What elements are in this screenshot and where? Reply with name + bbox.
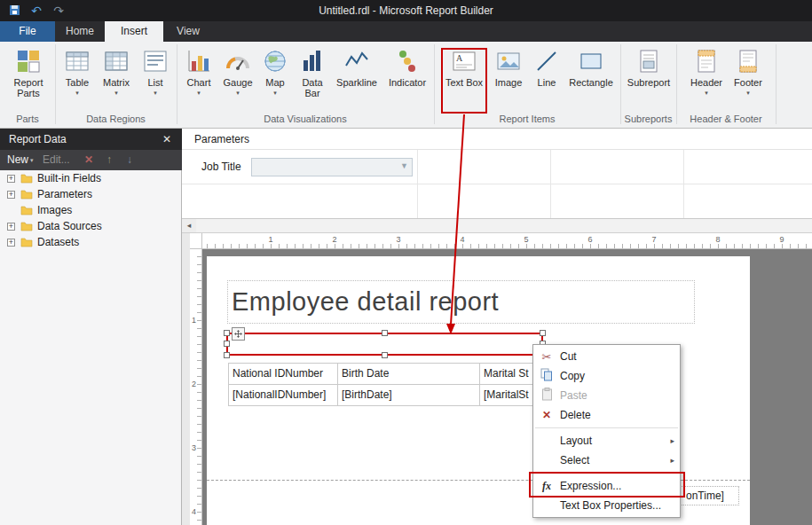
table-button[interactable]: Table ▾	[59, 45, 96, 114]
matrix-label: Matrix	[103, 77, 130, 88]
footer-button[interactable]: Footer ▾	[729, 45, 768, 114]
delete-icon: ✕	[537, 409, 556, 421]
ribbon-tab-row: File Home Insert View	[0, 21, 812, 42]
expand-icon[interactable]: +	[7, 239, 15, 247]
menu-item-cut[interactable]: ✂ Cut	[533, 347, 680, 366]
selected-textbox[interactable]	[226, 333, 543, 356]
group-separator	[620, 44, 621, 124]
parameter-name-label: Job Title	[201, 161, 241, 173]
dropdown-arrow-icon: ▾	[75, 90, 79, 97]
ruler-number: 6	[587, 235, 592, 244]
chart-button[interactable]: Chart ▾	[180, 45, 217, 114]
header-button[interactable]: Header ▾	[686, 45, 727, 114]
data-bar-label: Data Bar	[294, 77, 331, 98]
group-separator	[676, 44, 677, 124]
matrix-button[interactable]: Matrix ▾	[97, 45, 136, 114]
tree-item-data-sources[interactable]: + Data Sources	[0, 218, 182, 234]
menu-item-delete[interactable]: ✕ Delete	[533, 405, 680, 425]
folder-icon	[20, 173, 33, 184]
tab-view[interactable]: View	[163, 21, 213, 42]
parameter-value-combobox[interactable]: ▼	[251, 158, 413, 176]
subreport-button[interactable]: Subreport	[623, 45, 674, 114]
submenu-arrow-icon: ▸	[670, 456, 674, 465]
menu-item-select[interactable]: Select ▸	[533, 451, 680, 470]
copy-icon	[537, 368, 556, 384]
text-box-button[interactable]: A Text Box	[442, 45, 486, 114]
execution-time-text: onTime]	[686, 490, 724, 502]
move-up-icon[interactable]: ↑	[106, 150, 112, 170]
rectangle-label: Rectangle	[569, 77, 613, 88]
folder-icon	[20, 189, 33, 200]
tree-item-datasets[interactable]: + Datasets	[0, 234, 182, 250]
table-icon	[64, 48, 91, 74]
ruler-corner	[190, 233, 202, 249]
scroll-left-arrow[interactable]: ◂	[182, 219, 196, 232]
selection-handle[interactable]	[382, 330, 388, 336]
selection-handle[interactable]	[224, 352, 230, 358]
group-label-subreports: Subreports	[620, 114, 676, 126]
close-icon[interactable]: ✕	[160, 129, 174, 150]
menu-item-expression[interactable]: fx Expression...	[533, 476, 680, 496]
rectangle-button[interactable]: Rectangle	[564, 45, 618, 114]
expand-icon[interactable]: +	[7, 223, 15, 231]
window-title: Untitled.rdl - Microsoft Report Builder	[0, 0, 812, 21]
tab-file[interactable]: File	[0, 21, 55, 42]
ruler-number: 5	[524, 235, 528, 244]
menu-item-paste[interactable]: Paste	[533, 386, 680, 405]
selection-handle[interactable]	[224, 341, 230, 347]
table-data-cell[interactable]: [BirthDate]	[338, 385, 480, 406]
header-icon	[693, 48, 720, 74]
dropdown-arrow-icon: ▾	[273, 90, 277, 97]
report-parts-button[interactable]: Report Parts	[4, 45, 53, 114]
group-separator	[55, 44, 56, 124]
tree-item-parameters[interactable]: + Parameters	[0, 186, 182, 202]
dropdown-arrow-icon: ▾	[236, 90, 240, 97]
map-button[interactable]: Map ▾	[258, 45, 292, 114]
indicator-icon	[394, 48, 421, 74]
ruler-number: 8	[715, 235, 720, 244]
group-label-data-regions: Data Regions	[55, 114, 177, 126]
tree-item-label: Parameters	[37, 188, 92, 200]
table-header-cell[interactable]: National IDNumber	[229, 364, 338, 385]
dropdown-arrow-icon: ▾	[114, 90, 118, 97]
footer-icon	[735, 48, 761, 74]
report-title-textbox[interactable]: Employee detail report	[227, 280, 695, 324]
group-label-data-visualizations: Data Visualizations	[177, 114, 434, 126]
selection-handle[interactable]	[540, 330, 546, 336]
tab-insert[interactable]: Insert	[105, 21, 163, 42]
move-down-icon[interactable]: ↓	[127, 150, 132, 170]
move-handle-icon[interactable]	[232, 327, 245, 341]
menu-item-copy[interactable]: Copy	[533, 366, 680, 386]
expand-icon[interactable]: +	[7, 191, 15, 199]
sparkline-label: Sparkline	[336, 77, 377, 88]
menu-item-layout[interactable]: Layout ▸	[533, 431, 680, 451]
delete-icon[interactable]: ✕	[84, 150, 93, 170]
list-label: List	[147, 77, 162, 88]
tab-home[interactable]: Home	[55, 21, 105, 42]
line-button[interactable]: Line	[530, 45, 564, 114]
expand-icon[interactable]: +	[7, 175, 15, 183]
group-separator	[776, 44, 777, 124]
dropdown-arrow-icon[interactable]: ▾	[30, 150, 34, 170]
sparkline-button[interactable]: Sparkline	[332, 45, 382, 114]
data-bar-button[interactable]: Data Bar	[294, 45, 331, 114]
selection-handle[interactable]	[382, 352, 388, 358]
image-button[interactable]: Image	[489, 45, 528, 114]
ruler-number: 1	[268, 235, 272, 244]
tree-item-images[interactable]: + Images	[0, 202, 182, 218]
gauge-button[interactable]: Gauge ▾	[218, 45, 257, 114]
design-left-margin	[182, 233, 190, 525]
edit-button[interactable]: Edit...	[43, 150, 70, 170]
list-button[interactable]: List ▾	[137, 45, 174, 114]
new-button[interactable]: New	[7, 150, 28, 170]
tree-item-built-in-fields[interactable]: + Built-in Fields	[0, 170, 182, 186]
tree-item-label: Built-in Fields	[37, 172, 101, 184]
table-data-cell[interactable]: [NationalIDNumber]	[229, 385, 338, 406]
indicator-button[interactable]: Indicator	[382, 45, 432, 114]
selection-handle[interactable]	[224, 330, 230, 336]
group-separator	[177, 44, 177, 124]
horizontal-scrollbar[interactable]: ◂	[182, 219, 812, 233]
table-header-cell[interactable]: Birth Date	[338, 364, 480, 385]
group-separator	[434, 44, 435, 124]
menu-item-text-box-properties[interactable]: Text Box Properties...	[533, 496, 680, 515]
